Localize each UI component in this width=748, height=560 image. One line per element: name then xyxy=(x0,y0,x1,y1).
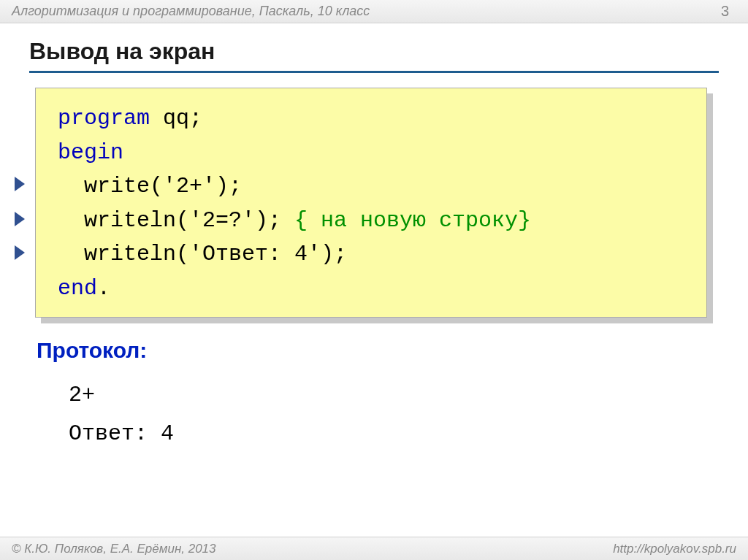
code-line: writeln('Ответ: 4'); xyxy=(58,237,684,272)
code-line: writeln('2=?'); { на новую строку} xyxy=(58,204,684,238)
code-keyword: begin xyxy=(58,140,123,165)
protocol-output: 2+ Ответ: 4 xyxy=(69,376,719,453)
page-number: 3 xyxy=(721,3,729,20)
top-bar: Алгоритмизация и программирование, Паска… xyxy=(0,0,748,23)
code-line: write('2+'); xyxy=(58,169,684,204)
header-title: Алгоритмизация и программирование, Паска… xyxy=(12,4,370,19)
code-text: qq; xyxy=(150,106,202,131)
bullet-icon xyxy=(15,177,25,191)
output-line: Ответ: 4 xyxy=(69,415,719,453)
code-text: writeln( xyxy=(58,242,189,266)
code-line: begin xyxy=(58,136,684,170)
slide-title: Вывод на экран xyxy=(29,38,719,65)
code-keyword: end xyxy=(58,276,97,301)
footer-copyright: © К.Ю. Поляков, Е.А. Ерёмин, 2013 xyxy=(12,542,216,556)
slide-content: Вывод на экран program qq; begin write('… xyxy=(0,23,748,453)
footer-url: http://kpolyakov.spb.ru xyxy=(613,542,736,556)
bottom-bar: © К.Ю. Поляков, Е.А. Ерёмин, 2013 http:/… xyxy=(0,537,748,560)
code-string: 'Ответ: 4' xyxy=(189,242,321,266)
code-text: ); xyxy=(255,208,294,233)
code-keyword: program xyxy=(58,106,150,131)
code-text: write( xyxy=(58,174,163,199)
bullet-icon xyxy=(15,245,25,260)
code-text: writeln( xyxy=(58,208,189,233)
protocol-label: Протокол: xyxy=(37,338,719,363)
output-line: 2+ xyxy=(69,376,719,415)
protocol-section: Протокол: 2+ Ответ: 4 xyxy=(37,338,719,453)
code-string: '2=?' xyxy=(189,208,255,233)
title-underline xyxy=(29,71,719,73)
code-area: program qq; begin write('2+'); writeln('… xyxy=(35,88,719,318)
code-text: ); xyxy=(215,174,242,199)
code-comment: { на новую строку} xyxy=(294,208,531,233)
code-text: ); xyxy=(321,242,347,266)
code-line: program qq; xyxy=(58,101,684,136)
code-text: . xyxy=(97,276,110,301)
code-line: end. xyxy=(58,272,684,306)
code-box: program qq; begin write('2+'); writeln('… xyxy=(35,88,707,318)
bullet-icon xyxy=(15,212,25,226)
code-string: '2+' xyxy=(163,174,215,199)
